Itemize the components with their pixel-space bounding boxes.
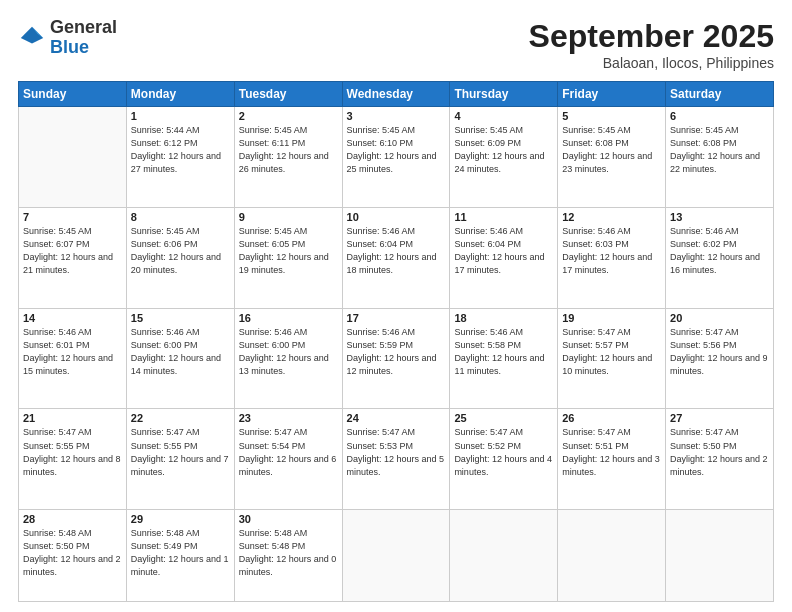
table-row: 20Sunrise: 5:47 AM Sunset: 5:56 PM Dayli… xyxy=(666,308,774,409)
table-row xyxy=(450,510,558,602)
day-info: Sunrise: 5:48 AM Sunset: 5:48 PM Dayligh… xyxy=(239,527,338,579)
day-number: 19 xyxy=(562,312,661,324)
table-row xyxy=(19,107,127,208)
day-info: Sunrise: 5:47 AM Sunset: 5:55 PM Dayligh… xyxy=(23,426,122,478)
table-row: 22Sunrise: 5:47 AM Sunset: 5:55 PM Dayli… xyxy=(126,409,234,510)
day-info: Sunrise: 5:46 AM Sunset: 5:59 PM Dayligh… xyxy=(347,326,446,378)
table-row: 21Sunrise: 5:47 AM Sunset: 5:55 PM Dayli… xyxy=(19,409,127,510)
table-row: 28Sunrise: 5:48 AM Sunset: 5:50 PM Dayli… xyxy=(19,510,127,602)
week-row-1: 7Sunrise: 5:45 AM Sunset: 6:07 PM Daylig… xyxy=(19,207,774,308)
day-number: 8 xyxy=(131,211,230,223)
table-row xyxy=(558,510,666,602)
table-row: 18Sunrise: 5:46 AM Sunset: 5:58 PM Dayli… xyxy=(450,308,558,409)
day-number: 3 xyxy=(347,110,446,122)
day-info: Sunrise: 5:47 AM Sunset: 5:52 PM Dayligh… xyxy=(454,426,553,478)
day-number: 27 xyxy=(670,412,769,424)
table-row: 15Sunrise: 5:46 AM Sunset: 6:00 PM Dayli… xyxy=(126,308,234,409)
day-number: 29 xyxy=(131,513,230,525)
table-row: 6Sunrise: 5:45 AM Sunset: 6:08 PM Daylig… xyxy=(666,107,774,208)
day-info: Sunrise: 5:48 AM Sunset: 5:49 PM Dayligh… xyxy=(131,527,230,579)
day-info: Sunrise: 5:47 AM Sunset: 5:57 PM Dayligh… xyxy=(562,326,661,378)
day-info: Sunrise: 5:47 AM Sunset: 5:50 PM Dayligh… xyxy=(670,426,769,478)
header-row: Sunday Monday Tuesday Wednesday Thursday… xyxy=(19,82,774,107)
title-month: September 2025 xyxy=(529,18,774,55)
day-number: 16 xyxy=(239,312,338,324)
table-row: 29Sunrise: 5:48 AM Sunset: 5:49 PM Dayli… xyxy=(126,510,234,602)
day-info: Sunrise: 5:47 AM Sunset: 5:53 PM Dayligh… xyxy=(347,426,446,478)
day-number: 12 xyxy=(562,211,661,223)
col-friday: Friday xyxy=(558,82,666,107)
logo-text: General Blue xyxy=(50,18,117,58)
day-number: 20 xyxy=(670,312,769,324)
day-info: Sunrise: 5:48 AM Sunset: 5:50 PM Dayligh… xyxy=(23,527,122,579)
table-row xyxy=(666,510,774,602)
day-number: 2 xyxy=(239,110,338,122)
table-row: 23Sunrise: 5:47 AM Sunset: 5:54 PM Dayli… xyxy=(234,409,342,510)
day-info: Sunrise: 5:45 AM Sunset: 6:09 PM Dayligh… xyxy=(454,124,553,176)
logo-blue: Blue xyxy=(50,37,89,57)
table-row: 3Sunrise: 5:45 AM Sunset: 6:10 PM Daylig… xyxy=(342,107,450,208)
col-thursday: Thursday xyxy=(450,82,558,107)
day-info: Sunrise: 5:45 AM Sunset: 6:05 PM Dayligh… xyxy=(239,225,338,277)
table-row: 27Sunrise: 5:47 AM Sunset: 5:50 PM Dayli… xyxy=(666,409,774,510)
table-row: 1Sunrise: 5:44 AM Sunset: 6:12 PM Daylig… xyxy=(126,107,234,208)
table-row xyxy=(342,510,450,602)
col-sunday: Sunday xyxy=(19,82,127,107)
day-info: Sunrise: 5:46 AM Sunset: 6:03 PM Dayligh… xyxy=(562,225,661,277)
day-number: 15 xyxy=(131,312,230,324)
day-info: Sunrise: 5:45 AM Sunset: 6:11 PM Dayligh… xyxy=(239,124,338,176)
day-info: Sunrise: 5:45 AM Sunset: 6:07 PM Dayligh… xyxy=(23,225,122,277)
day-number: 14 xyxy=(23,312,122,324)
day-number: 23 xyxy=(239,412,338,424)
day-number: 1 xyxy=(131,110,230,122)
table-row: 16Sunrise: 5:46 AM Sunset: 6:00 PM Dayli… xyxy=(234,308,342,409)
day-number: 7 xyxy=(23,211,122,223)
logo-icon xyxy=(18,24,46,52)
day-info: Sunrise: 5:47 AM Sunset: 5:51 PM Dayligh… xyxy=(562,426,661,478)
table-row: 9Sunrise: 5:45 AM Sunset: 6:05 PM Daylig… xyxy=(234,207,342,308)
col-monday: Monday xyxy=(126,82,234,107)
table-row: 17Sunrise: 5:46 AM Sunset: 5:59 PM Dayli… xyxy=(342,308,450,409)
calendar-table: Sunday Monday Tuesday Wednesday Thursday… xyxy=(18,81,774,602)
table-row: 10Sunrise: 5:46 AM Sunset: 6:04 PM Dayli… xyxy=(342,207,450,308)
week-row-4: 28Sunrise: 5:48 AM Sunset: 5:50 PM Dayli… xyxy=(19,510,774,602)
col-tuesday: Tuesday xyxy=(234,82,342,107)
day-info: Sunrise: 5:45 AM Sunset: 6:10 PM Dayligh… xyxy=(347,124,446,176)
day-number: 5 xyxy=(562,110,661,122)
day-info: Sunrise: 5:46 AM Sunset: 6:04 PM Dayligh… xyxy=(347,225,446,277)
day-info: Sunrise: 5:45 AM Sunset: 6:08 PM Dayligh… xyxy=(562,124,661,176)
table-row: 11Sunrise: 5:46 AM Sunset: 6:04 PM Dayli… xyxy=(450,207,558,308)
day-info: Sunrise: 5:46 AM Sunset: 6:04 PM Dayligh… xyxy=(454,225,553,277)
table-row: 2Sunrise: 5:45 AM Sunset: 6:11 PM Daylig… xyxy=(234,107,342,208)
table-row: 4Sunrise: 5:45 AM Sunset: 6:09 PM Daylig… xyxy=(450,107,558,208)
day-number: 9 xyxy=(239,211,338,223)
day-number: 30 xyxy=(239,513,338,525)
day-number: 4 xyxy=(454,110,553,122)
header: General Blue September 2025 Balaoan, Ilo… xyxy=(18,18,774,71)
table-row: 30Sunrise: 5:48 AM Sunset: 5:48 PM Dayli… xyxy=(234,510,342,602)
day-info: Sunrise: 5:46 AM Sunset: 6:00 PM Dayligh… xyxy=(131,326,230,378)
table-row: 8Sunrise: 5:45 AM Sunset: 6:06 PM Daylig… xyxy=(126,207,234,308)
day-info: Sunrise: 5:46 AM Sunset: 6:00 PM Dayligh… xyxy=(239,326,338,378)
table-row: 12Sunrise: 5:46 AM Sunset: 6:03 PM Dayli… xyxy=(558,207,666,308)
col-wednesday: Wednesday xyxy=(342,82,450,107)
day-number: 11 xyxy=(454,211,553,223)
week-row-3: 21Sunrise: 5:47 AM Sunset: 5:55 PM Dayli… xyxy=(19,409,774,510)
title-location: Balaoan, Ilocos, Philippines xyxy=(529,55,774,71)
table-row: 14Sunrise: 5:46 AM Sunset: 6:01 PM Dayli… xyxy=(19,308,127,409)
day-number: 28 xyxy=(23,513,122,525)
week-row-0: 1Sunrise: 5:44 AM Sunset: 6:12 PM Daylig… xyxy=(19,107,774,208)
table-row: 26Sunrise: 5:47 AM Sunset: 5:51 PM Dayli… xyxy=(558,409,666,510)
day-number: 17 xyxy=(347,312,446,324)
day-number: 6 xyxy=(670,110,769,122)
day-number: 26 xyxy=(562,412,661,424)
table-row: 7Sunrise: 5:45 AM Sunset: 6:07 PM Daylig… xyxy=(19,207,127,308)
day-number: 25 xyxy=(454,412,553,424)
day-info: Sunrise: 5:45 AM Sunset: 6:08 PM Dayligh… xyxy=(670,124,769,176)
table-row: 13Sunrise: 5:46 AM Sunset: 6:02 PM Dayli… xyxy=(666,207,774,308)
day-number: 24 xyxy=(347,412,446,424)
day-number: 13 xyxy=(670,211,769,223)
logo-general: General xyxy=(50,17,117,37)
table-row: 5Sunrise: 5:45 AM Sunset: 6:08 PM Daylig… xyxy=(558,107,666,208)
col-saturday: Saturday xyxy=(666,82,774,107)
